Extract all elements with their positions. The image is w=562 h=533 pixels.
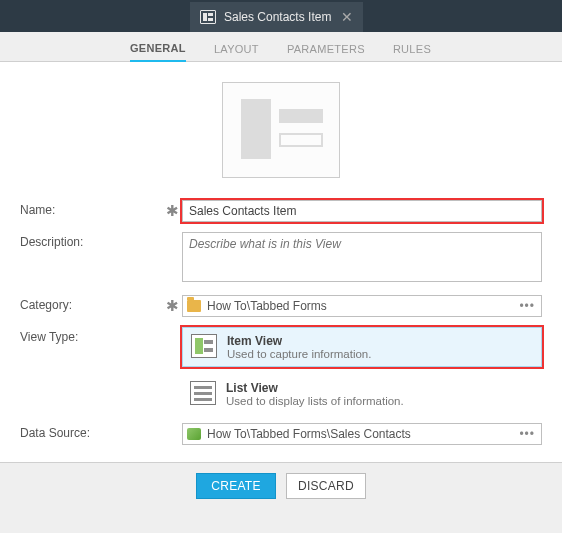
tab-rules[interactable]: RULES [393,43,431,61]
name-input[interactable] [182,200,542,222]
close-icon[interactable]: ✕ [339,9,355,25]
name-label: Name: [20,200,166,217]
data-source-value: How To\Tabbed Forms\Sales Contacts [207,427,517,441]
folder-icon [187,300,201,312]
smartobject-icon [187,428,201,440]
tab-parameters[interactable]: PARAMETERS [287,43,365,61]
category-picker[interactable]: How To\Tabbed Forms ••• [182,295,542,317]
item-view-icon [200,10,216,24]
window-bar: Sales Contacts Item ✕ [0,0,562,32]
view-preview [20,82,542,178]
discard-button[interactable]: DISCARD [286,473,366,499]
document-tab[interactable]: Sales Contacts Item ✕ [190,2,363,32]
view-type-label: View Type: [20,327,166,344]
create-button[interactable]: CREATE [196,473,276,499]
view-type-list-title: List View [226,381,404,395]
ellipsis-icon[interactable]: ••• [517,427,537,441]
content-panel: Name: ✱ Description: Category: ✱ How To\… [0,62,562,462]
category-label: Category: [20,295,166,312]
document-tab-title: Sales Contacts Item [224,10,331,24]
view-type-list-desc: Used to display lists of information. [226,395,404,407]
ellipsis-icon[interactable]: ••• [517,299,537,313]
data-source-label: Data Source: [20,423,166,440]
description-input[interactable] [182,232,542,282]
item-view-icon [191,334,217,358]
view-type-item[interactable]: Item View Used to capture information. [182,327,542,367]
description-label: Description: [20,232,166,249]
view-type-item-title: Item View [227,334,371,348]
required-icon: ✱ [166,295,178,315]
nav-tabs: GENERAL LAYOUT PARAMETERS RULES [0,32,562,62]
view-type-list[interactable]: List View Used to display lists of infor… [182,375,542,413]
footer: CREATE DISCARD [0,462,562,513]
required-icon: ✱ [166,200,178,220]
category-value: How To\Tabbed Forms [207,299,517,313]
data-source-picker[interactable]: How To\Tabbed Forms\Sales Contacts ••• [182,423,542,445]
tab-layout[interactable]: LAYOUT [214,43,259,61]
view-type-item-desc: Used to capture information. [227,348,371,360]
tab-general[interactable]: GENERAL [130,42,186,62]
list-view-icon [190,381,216,405]
